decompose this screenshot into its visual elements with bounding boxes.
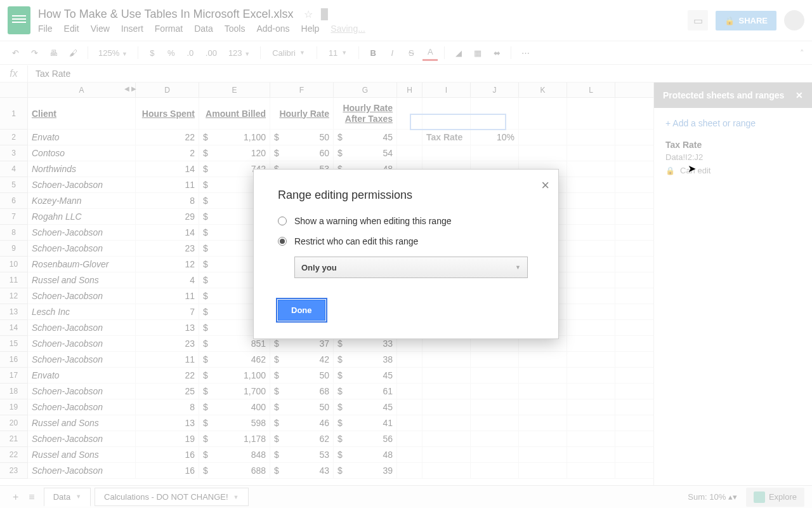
- dec-decrease-icon[interactable]: .0: [183, 46, 198, 60]
- menu-format[interactable]: Format: [155, 23, 183, 34]
- menu-file[interactable]: File: [38, 23, 53, 34]
- cell[interactable]: Envato: [28, 368, 136, 383]
- select-all-corner[interactable]: [0, 83, 28, 98]
- cell[interactable]: 10%: [471, 130, 519, 145]
- sum-display[interactable]: Sum: 10% ▴▾: [688, 492, 737, 502]
- row-header[interactable]: 22: [0, 447, 27, 463]
- col-header-K[interactable]: K: [519, 83, 567, 97]
- cell[interactable]: [519, 431, 567, 446]
- sheets-icon[interactable]: [8, 6, 30, 34]
- cell[interactable]: $1,178: [199, 431, 270, 446]
- col-header-E[interactable]: E: [199, 83, 270, 97]
- cell[interactable]: [397, 463, 422, 478]
- cell[interactable]: 29: [136, 209, 199, 224]
- cell[interactable]: Rogahn LLC: [28, 209, 136, 224]
- cell[interactable]: 23: [136, 336, 199, 351]
- col-header-H[interactable]: H: [397, 83, 422, 97]
- cell[interactable]: 7: [136, 304, 199, 319]
- cell[interactable]: $46: [270, 415, 334, 431]
- cell[interactable]: $62: [270, 431, 334, 446]
- cell[interactable]: $48: [334, 447, 397, 462]
- cell[interactable]: $462: [199, 352, 270, 367]
- cell[interactable]: Kozey-Mann: [28, 193, 136, 208]
- cell[interactable]: 11: [136, 177, 199, 192]
- cell[interactable]: $45: [334, 368, 397, 383]
- cell[interactable]: Schoen-Jacobson: [28, 463, 136, 478]
- cell[interactable]: [422, 384, 471, 399]
- cell[interactable]: $50: [270, 368, 334, 383]
- cell[interactable]: Russel and Sons: [28, 272, 136, 288]
- cell[interactable]: Schoen-Jacobson: [28, 288, 136, 304]
- cell[interactable]: 14: [136, 225, 199, 240]
- cell[interactable]: [567, 98, 615, 129]
- menu-insert[interactable]: Insert: [121, 23, 143, 34]
- cell[interactable]: $38: [334, 352, 397, 367]
- cell[interactable]: $1,100: [199, 368, 270, 383]
- cell[interactable]: 4: [136, 272, 199, 288]
- cell[interactable]: [519, 130, 567, 145]
- cell[interactable]: $68: [270, 384, 334, 399]
- row-header[interactable]: 8: [0, 225, 27, 241]
- col-header-J[interactable]: J: [471, 83, 519, 97]
- cell[interactable]: Schoen-Jacobson: [28, 241, 136, 256]
- cell[interactable]: [422, 431, 471, 446]
- borders-icon[interactable]: ▦: [470, 46, 485, 60]
- cell[interactable]: [422, 399, 471, 415]
- cell[interactable]: [519, 463, 567, 478]
- percent-icon[interactable]: %: [164, 46, 179, 60]
- menu-addons[interactable]: Add-ons: [256, 23, 289, 34]
- row-headers[interactable]: 1234567891011121314151617181920212223: [0, 98, 28, 479]
- cell[interactable]: [397, 447, 422, 462]
- cell[interactable]: [519, 145, 567, 161]
- cell[interactable]: [567, 336, 615, 351]
- cell[interactable]: 16: [136, 463, 199, 478]
- add-range-button[interactable]: + Add a sheet or range: [665, 118, 801, 128]
- star-icon[interactable]: ☆: [304, 9, 313, 20]
- col-header-L[interactable]: L: [567, 83, 615, 97]
- text-color-button[interactable]: A: [422, 44, 438, 61]
- bold-button[interactable]: B: [365, 46, 381, 60]
- menu-view[interactable]: View: [91, 23, 110, 34]
- cell[interactable]: [567, 304, 615, 319]
- cell[interactable]: $60: [270, 145, 334, 161]
- cell[interactable]: [397, 415, 422, 431]
- row-header[interactable]: 10: [0, 257, 27, 272]
- share-button[interactable]: 🔒 SHARE: [716, 11, 776, 30]
- cell[interactable]: 8: [136, 193, 199, 208]
- more-icon[interactable]: ⋯: [518, 46, 534, 60]
- scroll-left-icon[interactable]: ◀: [124, 85, 129, 92]
- cell[interactable]: [567, 161, 615, 177]
- cell[interactable]: [519, 447, 567, 462]
- row-header[interactable]: 17: [0, 368, 27, 384]
- menu-tools[interactable]: Tools: [225, 23, 246, 34]
- cell[interactable]: 14: [136, 161, 199, 177]
- cell[interactable]: $56: [334, 431, 397, 446]
- cell[interactable]: 12: [136, 257, 199, 272]
- cell[interactable]: [397, 145, 422, 161]
- row-header[interactable]: 14: [0, 320, 27, 336]
- cell[interactable]: [397, 368, 422, 383]
- all-sheets-icon[interactable]: ≡: [23, 489, 39, 505]
- cell[interactable]: Client: [28, 98, 136, 129]
- radio-restrict[interactable]: Restrict who can edit this range: [278, 236, 534, 246]
- italic-button[interactable]: I: [384, 46, 400, 60]
- print-icon[interactable]: 🖶: [46, 46, 62, 60]
- cell[interactable]: Schoen-Jacobson: [28, 352, 136, 367]
- row-header[interactable]: 23: [0, 463, 27, 479]
- row-header[interactable]: 6: [0, 193, 27, 209]
- cell[interactable]: [471, 447, 519, 462]
- cell[interactable]: [422, 463, 471, 478]
- folder-icon[interactable]: ▉: [321, 9, 329, 20]
- explore-button[interactable]: Explore: [746, 488, 804, 507]
- scroll-right-icon[interactable]: ▶: [131, 85, 136, 92]
- row-header[interactable]: 1: [0, 98, 27, 130]
- cell[interactable]: $61: [334, 384, 397, 399]
- tab-data[interactable]: Data▼: [44, 488, 91, 507]
- cell[interactable]: $45: [334, 399, 397, 415]
- cell[interactable]: [567, 209, 615, 224]
- cell[interactable]: $120: [199, 145, 270, 161]
- row-header[interactable]: 5: [0, 177, 27, 193]
- cell[interactable]: Amount Billed: [199, 98, 270, 129]
- cell[interactable]: [567, 463, 615, 478]
- cell[interactable]: [519, 352, 567, 367]
